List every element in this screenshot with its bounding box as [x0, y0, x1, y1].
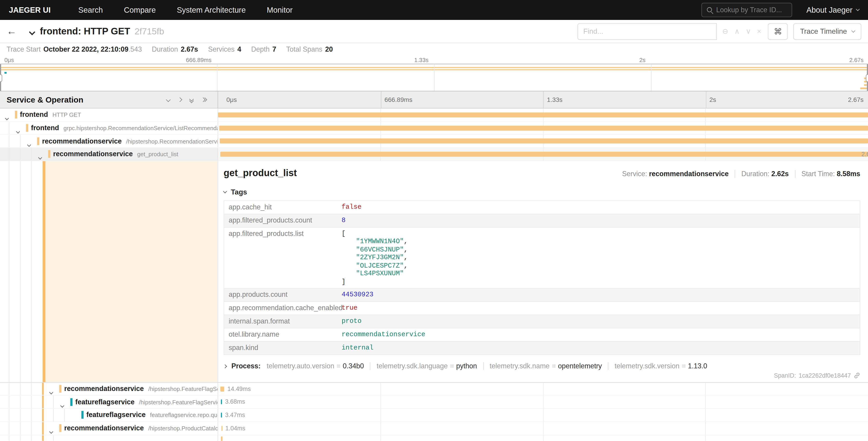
span-bar[interactable] — [218, 113, 868, 117]
span-name-cell[interactable]: recommendationservice/hipstershop.Featur… — [0, 383, 218, 395]
span-toggle-icon[interactable] — [50, 425, 53, 435]
span-toggle-icon[interactable] — [39, 151, 41, 160]
tag-key: app.cache_hit — [224, 201, 337, 213]
circled-minus-icon[interactable]: ⊖ — [722, 27, 728, 35]
nav-item-system-architecture[interactable]: System Architecture — [177, 5, 246, 14]
trace-meta-item: Total Spans20 — [286, 46, 333, 53]
tag-row[interactable]: app.recommendation.cache_enabledtrue — [224, 302, 860, 315]
trace-minimap[interactable] — [0, 64, 868, 91]
span-timeline-cell[interactable]: 2.62s — [218, 148, 868, 160]
span-timeline-cell[interactable]: 1.04ms — [218, 422, 868, 435]
span-bar[interactable] — [221, 386, 224, 391]
span-row[interactable]: recommendationservice/hipstershop.Recomm… — [0, 135, 868, 148]
about-jaeger-menu[interactable]: About Jaeger — [806, 5, 859, 14]
tag-row[interactable]: internal.span.formatproto — [224, 315, 860, 329]
collapse-one-icon[interactable] — [166, 98, 170, 101]
process-item: telemetry.sdk.name=opentelemetry — [483, 362, 602, 370]
span-timeline-cell[interactable]: 14.49ms — [218, 383, 868, 395]
span-bar[interactable] — [219, 126, 868, 130]
process-accordion-toggle[interactable]: Process: telemetry.auto.version=0.34b0te… — [223, 362, 860, 370]
span-bar[interactable] — [220, 139, 868, 144]
collapse-all-icon[interactable] — [190, 97, 193, 102]
tag-key: span.kind — [224, 342, 337, 355]
span-toggle-icon[interactable] — [61, 399, 64, 408]
trace-view-select[interactable]: Trace Timeline — [793, 23, 861, 40]
tag-value: recommendationservice — [337, 328, 860, 341]
trace-header: ← frontend: HTTP GET2f715fb ⊖∧∨× ⌘ Trace… — [0, 20, 868, 43]
find-input[interactable] — [577, 23, 717, 40]
span-row[interactable]: recommendationservice/hipstershop.Featur… — [0, 383, 868, 396]
nav-item-monitor[interactable]: Monitor — [267, 5, 292, 14]
back-button[interactable]: ← — [6, 26, 25, 37]
span-bar[interactable] — [221, 436, 223, 441]
span-connector — [42, 161, 45, 382]
collapse-trace-icon[interactable] — [29, 29, 35, 35]
span-bar[interactable] — [222, 426, 223, 431]
trace-lookup-box[interactable] — [701, 3, 792, 17]
tag-row[interactable]: app.filtered_products.list["1YMWWN1N4O",… — [224, 228, 860, 289]
span-name-cell[interactable]: recommendationserviceget_product_list — [0, 148, 218, 160]
trace-view-label: Trace Timeline — [800, 27, 847, 35]
span-name-cell[interactable] — [0, 435, 218, 441]
tag-row[interactable]: app.cache_hitfalse — [224, 201, 860, 214]
span-name-cell[interactable]: recommendationservice/hipstershop.Recomm… — [0, 135, 218, 147]
span-timeline-cell[interactable]: 3.47ms — [218, 409, 868, 421]
span-row[interactable]: featureflagservice/hipstershop.FeatureFl… — [0, 396, 868, 409]
tree-guide — [53, 435, 54, 441]
tag-row[interactable]: app.filtered_products.count8 — [224, 214, 860, 228]
nav-item-search[interactable]: Search — [78, 5, 103, 14]
span-detail-meta: Service: recommendationserviceDuration: … — [622, 170, 860, 177]
span-toggle-icon[interactable] — [50, 386, 53, 395]
span-bar[interactable] — [221, 400, 222, 405]
span-toggle-icon[interactable] — [17, 125, 19, 134]
app-logo[interactable]: JAEGER UI — [9, 5, 51, 14]
time-tick-label: 1.33s — [414, 57, 429, 63]
span-row[interactable]: featureflagservicefeatureflagservice.rep… — [0, 409, 868, 422]
span-name-cell[interactable]: frontendHTTP GET — [0, 109, 218, 121]
service-name: recommendationservice — [59, 385, 144, 392]
tags-accordion-toggle[interactable]: Tags — [223, 188, 860, 196]
tree-guide — [9, 435, 9, 441]
time-tick-label: 666.89ms — [186, 57, 212, 63]
span-bar[interactable] — [221, 413, 222, 418]
span-row[interactable]: frontendgrpc.hipstershop.RecommendationS… — [0, 122, 868, 135]
minimap-left-handle[interactable] — [0, 64, 1, 91]
span-timeline-cell[interactable] — [218, 435, 868, 441]
span-timeline-cell[interactable]: 3.68ms — [218, 396, 868, 408]
span-name-cell[interactable]: recommendationservice/hipstershop.Produc… — [0, 422, 218, 435]
close-icon[interactable]: × — [757, 27, 762, 35]
chevron-up-icon[interactable]: ∧ — [734, 27, 740, 35]
span-toggle-icon[interactable] — [28, 138, 30, 147]
span-name-cell[interactable]: featureflagservice/hipstershop.FeatureFl… — [0, 396, 218, 408]
trace-summary-bar: Trace StartOctober 22 2022, 22:10:09.543… — [0, 43, 868, 56]
span-row[interactable]: frontendHTTP GET — [0, 109, 868, 122]
span-timeline-cell[interactable] — [218, 135, 868, 147]
tag-row[interactable]: span.kindinternal — [224, 342, 860, 355]
span-timeline-cell[interactable] — [218, 122, 868, 134]
trace-lookup-input[interactable] — [716, 6, 787, 14]
span-name-cell[interactable]: featureflagservicefeatureflagservice.rep… — [0, 409, 218, 421]
expand-one-icon[interactable] — [178, 98, 182, 101]
span-bar[interactable] — [220, 152, 868, 157]
keyboard-shortcuts-button[interactable]: ⌘ — [768, 23, 788, 40]
span-row-partial[interactable] — [0, 435, 868, 441]
chevron-down-icon[interactable]: ∨ — [746, 27, 751, 35]
trace-id: 2f715fb — [135, 26, 164, 36]
span-row[interactable]: recommendationservice/hipstershop.Produc… — [0, 422, 868, 435]
tag-row[interactable]: app.products.count44530923 — [224, 289, 860, 302]
span-toggle-icon[interactable] — [5, 112, 8, 121]
tag-value: false — [337, 201, 860, 213]
minimap-gridline — [434, 64, 434, 91]
span-duration-label: 2.62s — [862, 151, 868, 157]
nav-item-compare[interactable]: Compare — [124, 5, 156, 14]
tag-row[interactable]: otel.library.namerecommendationservice — [224, 328, 860, 342]
link-icon[interactable] — [854, 372, 860, 379]
span-id-value: 1ca2262df0e18447 — [799, 372, 851, 379]
tag-value: true — [337, 302, 860, 315]
span-row[interactable]: recommendationserviceget_product_list2.6… — [0, 148, 868, 161]
tree-guide — [20, 409, 20, 421]
minimap-right-handle[interactable] — [867, 64, 868, 91]
span-name-cell[interactable]: frontendgrpc.hipstershop.RecommendationS… — [0, 122, 218, 134]
span-timeline-cell[interactable] — [218, 109, 868, 121]
expand-all-icon[interactable] — [202, 98, 207, 101]
